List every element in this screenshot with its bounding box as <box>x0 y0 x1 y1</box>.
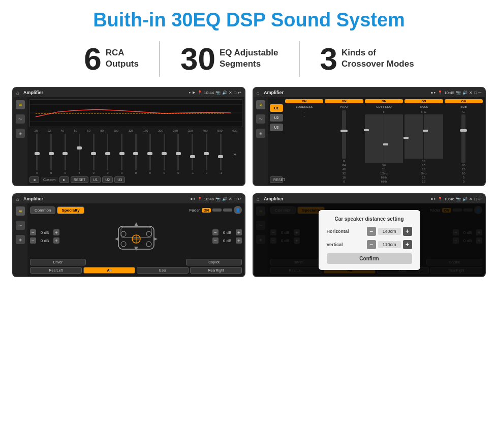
eq-slider-13[interactable]: 0 <box>200 134 213 174</box>
sub-slider <box>461 114 465 163</box>
db-plus-r1[interactable]: + <box>236 229 242 235</box>
bass-toggle[interactable]: ON <box>404 99 443 103</box>
loudness-label: LOUDNESS <box>296 105 313 108</box>
db-plus-2[interactable]: + <box>53 237 59 244</box>
eq-next-btn[interactable]: ► <box>59 176 69 183</box>
amp-preset-u3[interactable]: U3 <box>270 124 283 131</box>
eq-u2-btn[interactable]: U2 <box>102 176 113 183</box>
db-value-1: 0 dB <box>38 230 52 235</box>
amp-sidebar-icon-3[interactable]: ◈ <box>256 129 265 138</box>
amp-sidebar-icon-2[interactable]: 〜 <box>256 114 265 124</box>
fader-label: Fader <box>190 208 200 213</box>
db-right: − 0 dB + − 0 dB + <box>212 229 242 244</box>
xo-user-btn[interactable]: User <box>137 267 189 274</box>
xo-avatar-btn[interactable]: 👤 <box>234 206 242 214</box>
eq-expand-btn[interactable]: » <box>228 134 241 174</box>
xo-tab-common[interactable]: Common <box>30 206 55 214</box>
eq-slider-11[interactable]: 0 <box>172 134 185 174</box>
db-plus-r2[interactable]: + <box>236 237 242 244</box>
page-title: Buith-in 30EQ DSP Sound System <box>0 0 498 36</box>
svg-marker-16 <box>153 237 158 241</box>
eq-slider-5[interactable]: 0 <box>87 134 100 174</box>
eq-slider-10[interactable]: 0 <box>158 134 171 174</box>
eq-slider-2[interactable]: 0 <box>45 134 58 174</box>
amp-preset-u2[interactable]: U2 <box>270 114 283 122</box>
stat-text-rca: RCA Outputs <box>106 43 139 70</box>
dialog-vertical-minus[interactable]: − <box>367 240 376 249</box>
eq-status-icons: 📍 10:44 📷 🔊 ✕ □ ↩ <box>197 91 241 95</box>
xo-sidebar-icon-2[interactable]: 〜 <box>16 221 25 230</box>
xo-home-icon: ⌂ <box>16 196 19 202</box>
eq-sidebar: ≋ 〜 ◈ <box>13 97 27 185</box>
eq-reset-btn[interactable]: RESET <box>71 176 88 183</box>
amp-status-icons: 📍 10:45 📷 🔊 ✕ □ ↩ <box>438 91 482 95</box>
eq-slider-1[interactable]: 0 <box>30 134 44 174</box>
amp-home-icon: ⌂ <box>257 90 260 96</box>
db-plus-1[interactable]: + <box>53 229 59 235</box>
sub-toggle[interactable]: ON <box>445 99 483 103</box>
eq-sidebar-icon-3[interactable]: ◈ <box>16 129 25 138</box>
xo-tab-specialty[interactable]: Specialty <box>57 206 84 214</box>
eq-status-bar: ⌂ Amplifier ● ▶ 📍 10:44 📷 🔊 ✕ □ ↩ <box>13 88 244 97</box>
svg-point-9 <box>146 242 151 247</box>
fader-on-badge: ON <box>202 208 211 213</box>
xo-bottom-row-2: RearLeft All User RearRight <box>30 267 242 274</box>
dialog-horizontal-row: Horizontal − 140cm + <box>327 227 412 236</box>
xo-rearleft-btn[interactable]: RearLeft <box>30 267 82 274</box>
eq-u3-btn[interactable]: U3 <box>114 176 125 183</box>
db-left: − 0 dB + − 0 dB + <box>30 229 59 244</box>
fader-slider-h2[interactable] <box>223 208 232 212</box>
dialog-horizontal-plus[interactable]: + <box>403 227 412 236</box>
eq-app-name: Amplifier <box>23 90 186 95</box>
eq-slider-4[interactable]: 5 <box>73 134 86 174</box>
amp-sidebar-icon-1[interactable]: ≋ <box>256 100 265 109</box>
xo-sidebar-icon-1[interactable]: ≋ <box>16 206 25 216</box>
amp-reset-btn[interactable]: RESET <box>270 176 283 183</box>
dlg-home-icon: ⌂ <box>257 196 260 202</box>
stat-text-eq: EQ Adjustable Segments <box>220 43 278 70</box>
cutfreq-f-label: F <box>383 110 385 113</box>
fader-slider-h1[interactable] <box>212 208 222 212</box>
eq-slider-8[interactable]: 0 <box>130 134 143 174</box>
eq-slider-6[interactable]: 0 <box>101 134 114 174</box>
xo-rearright-btn[interactable]: RearRight <box>190 267 242 274</box>
db-value-2: 0 dB <box>38 238 52 243</box>
eq-slider-3[interactable]: 0 <box>59 134 72 174</box>
speaker-layout-row: − 0 dB + − 0 dB + <box>30 216 242 257</box>
dialog-screen: ⌂ Amplifier ■ ● 📍 10:46 📷 🔊 ✕ □ ↩ ≋ 〜 ◈ <box>253 193 486 277</box>
eq-slider-14[interactable]: -1 <box>214 134 227 174</box>
eq-sidebar-icon-1[interactable]: ≋ <box>16 100 25 109</box>
xo-copilot-btn[interactable]: Copilot <box>186 259 242 265</box>
svg-marker-14 <box>134 247 138 251</box>
db-minus-1[interactable]: − <box>30 229 36 235</box>
loudness-toggle[interactable]: ON <box>285 99 323 103</box>
cutfreq-toggle[interactable]: ON <box>365 99 403 103</box>
eq-main: 253240506380 100125160200250320 40050063… <box>27 97 244 185</box>
db-minus-2[interactable]: − <box>30 237 36 244</box>
xo-app-name: Amplifier <box>23 196 189 201</box>
eq-sidebar-icon-2[interactable]: 〜 <box>16 114 25 124</box>
db-minus-r2[interactable]: − <box>212 237 219 244</box>
dialog-vertical-row: Vertical − 110cm + <box>327 240 412 249</box>
dialog-horizontal-label: Horizontal <box>327 229 349 234</box>
eq-prev-btn[interactable]: ◄ <box>29 176 39 183</box>
eq-slider-9[interactable]: 0 <box>143 134 157 174</box>
dialog-vertical-plus[interactable]: + <box>403 240 412 249</box>
db-minus-r1[interactable]: − <box>212 229 219 235</box>
xo-all-btn[interactable]: All <box>83 267 135 274</box>
eq-u1-btn[interactable]: U1 <box>90 176 101 183</box>
svg-point-7 <box>146 231 151 236</box>
amp-sub-col: ON SUB G 20 15 10 5 0 <box>445 99 483 183</box>
xo-driver-btn[interactable]: Driver <box>30 259 86 265</box>
xo-sidebar-icon-3[interactable]: ◈ <box>16 235 25 244</box>
amp-time: 10:45 <box>444 91 454 95</box>
eq-slider-7[interactable]: 0 <box>115 134 129 174</box>
phat-toggle[interactable]: ON <box>325 99 363 103</box>
amp-content: ≋ 〜 ◈ U1 U2 U3 RESET ON LOUDNESS <box>254 97 485 185</box>
dialog-confirm-btn[interactable]: Confirm <box>327 253 412 264</box>
eq-bottom-controls: ◄ Custom ► RESET U1 U2 U3 <box>29 176 242 183</box>
amp-preset-u1[interactable]: U1 <box>270 104 283 112</box>
amp-main: U1 U2 U3 RESET ON LOUDNESS ~ ~ <box>268 97 485 185</box>
eq-slider-12[interactable]: -1 <box>186 134 199 174</box>
dialog-horizontal-minus[interactable]: − <box>367 227 376 236</box>
